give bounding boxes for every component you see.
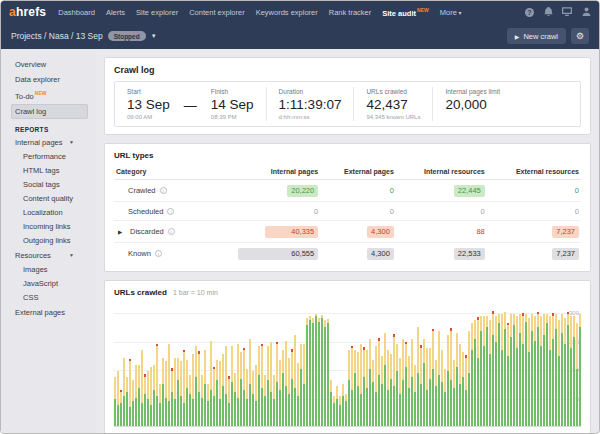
- chart-bar[interactable]: [198, 351, 200, 426]
- chart-bar[interactable]: [522, 313, 524, 426]
- chart-bar[interactable]: [537, 312, 539, 426]
- chart-bar[interactable]: [273, 375, 275, 426]
- chart-bar[interactable]: [204, 350, 206, 426]
- chart-bar[interactable]: [465, 355, 467, 426]
- chart-bar[interactable]: [195, 346, 197, 426]
- chart-bar[interactable]: [384, 333, 386, 426]
- sidebar-item-images[interactable]: Images: [11, 263, 96, 277]
- chart-bar[interactable]: [495, 316, 497, 426]
- chart-bar[interactable]: [309, 316, 311, 426]
- chart-bar[interactable]: [252, 371, 254, 426]
- chart-bar[interactable]: [294, 335, 296, 426]
- chart-bar[interactable]: [180, 361, 182, 426]
- sidebar-item-css[interactable]: CSS: [11, 291, 96, 305]
- chart-bar[interactable]: [165, 361, 167, 426]
- chart-bar[interactable]: [147, 371, 149, 426]
- nav-item-content-explorer[interactable]: Content explorer: [189, 8, 244, 17]
- chart-bar[interactable]: [525, 314, 527, 426]
- info-icon[interactable]: i: [155, 250, 162, 257]
- nav-item-alerts[interactable]: Alerts: [106, 8, 125, 17]
- nav-item-site-audit[interactable]: Site auditNEW: [382, 7, 428, 18]
- chart-bar[interactable]: [507, 323, 509, 426]
- sidebar-item-social-tags[interactable]: Social tags: [11, 178, 96, 192]
- info-icon[interactable]: i: [167, 208, 174, 215]
- chart-bar[interactable]: [345, 394, 347, 426]
- sidebar-item-content-quality[interactable]: Content quality: [11, 192, 96, 206]
- chart-bar[interactable]: [363, 347, 365, 426]
- chart-bar[interactable]: [351, 346, 353, 426]
- chart-bar[interactable]: [570, 316, 572, 426]
- sidebar-item-javascript[interactable]: JavaScript: [11, 277, 96, 291]
- chart-bar[interactable]: [132, 380, 134, 426]
- chart-bar[interactable]: [288, 358, 290, 426]
- chart-bar[interactable]: [402, 339, 404, 426]
- chart-bar[interactable]: [315, 314, 317, 426]
- info-icon[interactable]: i: [168, 228, 175, 235]
- chart-bar[interactable]: [372, 360, 374, 426]
- chart-bar[interactable]: [183, 350, 185, 426]
- chart-bar[interactable]: [396, 344, 398, 426]
- chart-bar[interactable]: [189, 375, 191, 426]
- monitor-icon[interactable]: [562, 7, 572, 18]
- chart-bar[interactable]: [540, 316, 542, 426]
- chart-bar[interactable]: [471, 323, 473, 426]
- chart-bar[interactable]: [267, 346, 269, 426]
- chart-bar[interactable]: [264, 375, 266, 426]
- nav-item-more[interactable]: More ▾: [440, 8, 462, 17]
- chart-bar[interactable]: [426, 348, 428, 426]
- chart-bar[interactable]: [237, 344, 239, 426]
- user-icon[interactable]: [581, 7, 591, 18]
- chart-bar[interactable]: [321, 315, 323, 426]
- chart-bar[interactable]: [366, 350, 368, 426]
- chart-bar[interactable]: [249, 339, 251, 426]
- chart-bar[interactable]: [438, 331, 440, 426]
- chart-bar[interactable]: [342, 384, 344, 426]
- chart-bar[interactable]: [453, 360, 455, 427]
- chart-bar[interactable]: [333, 396, 335, 426]
- ahrefs-logo[interactable]: ahrefs: [9, 5, 46, 19]
- chart-bar[interactable]: [429, 348, 431, 426]
- chart-bar[interactable]: [435, 360, 437, 426]
- chart-bar[interactable]: [336, 386, 338, 426]
- chart-bar[interactable]: [360, 344, 362, 426]
- chart-bar[interactable]: [303, 344, 305, 426]
- info-icon[interactable]: i: [160, 187, 167, 194]
- sidebar-item-data-explorer[interactable]: Data explorer: [11, 72, 88, 87]
- new-crawl-button[interactable]: ▶ New crawl: [507, 28, 566, 44]
- sidebar-item-html-tags[interactable]: HTML tags: [11, 164, 96, 178]
- chart-bar[interactable]: [216, 360, 218, 426]
- chart-bar[interactable]: [513, 314, 515, 426]
- chart-bar[interactable]: [330, 380, 332, 426]
- chart-bar[interactable]: [546, 314, 548, 426]
- chart-bar[interactable]: [228, 376, 230, 426]
- chart-bar[interactable]: [393, 334, 395, 426]
- chart-bar[interactable]: [486, 316, 488, 426]
- chart-bar[interactable]: [192, 354, 194, 426]
- chart-bar[interactable]: [387, 350, 389, 426]
- chart-bar[interactable]: [516, 316, 518, 426]
- chart-bar[interactable]: [576, 323, 578, 426]
- chart-bar[interactable]: [564, 318, 566, 426]
- chart-bar[interactable]: [144, 374, 146, 426]
- settings-gear-button[interactable]: ⚙: [571, 28, 589, 44]
- chart-bar[interactable]: [348, 350, 350, 426]
- help-icon[interactable]: ?: [525, 8, 534, 17]
- sidebar-item-overview[interactable]: Overview: [11, 57, 88, 72]
- chart-bar[interactable]: [399, 358, 401, 426]
- chart-bar[interactable]: [411, 339, 413, 426]
- chevron-down-icon[interactable]: ▼: [69, 252, 74, 258]
- chart-bar[interactable]: [258, 346, 260, 426]
- chart-bar[interactable]: [492, 311, 494, 426]
- chart-bar[interactable]: [312, 318, 314, 426]
- chart-bar[interactable]: [534, 316, 536, 426]
- chart-bar[interactable]: [225, 346, 227, 426]
- chart-bar[interactable]: [480, 316, 482, 426]
- sidebar-item-incoming-links[interactable]: Incoming links: [11, 220, 96, 234]
- chart-bar[interactable]: [135, 365, 137, 426]
- chart-bar[interactable]: [498, 314, 500, 426]
- chart-bar[interactable]: [129, 359, 131, 426]
- sidebar-item-resources[interactable]: Resources▼: [11, 248, 88, 263]
- chart-bar[interactable]: [390, 354, 392, 426]
- chart-bar[interactable]: [474, 320, 476, 426]
- chart-bar[interactable]: [156, 344, 158, 426]
